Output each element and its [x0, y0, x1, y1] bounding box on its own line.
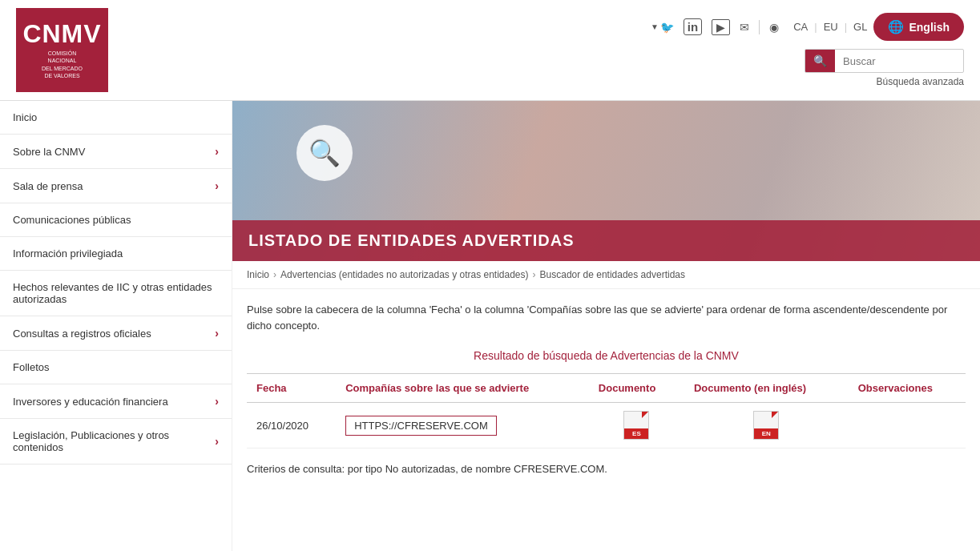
twitter-icon-wrap: ▼ 🐦	[651, 21, 674, 34]
header-documento-en: Documento (en inglés)	[684, 374, 849, 403]
lang-gl[interactable]: GL	[853, 21, 867, 33]
search-row: 🔍 Búsqueda avanzada	[132, 49, 964, 87]
instruction-text: Pulse sobre la cabecera de la columna 'F…	[247, 302, 966, 333]
divider	[759, 20, 760, 34]
chevron-icon-legislacion: ›	[215, 435, 219, 448]
sidebar: Inicio Sobre la CNMV › Sala de prensa › …	[0, 101, 232, 551]
main-content: 🔍 LISTADO DE ENTIDADES ADVERTIDAS Inicio…	[232, 101, 980, 551]
advanced-search-link[interactable]: Búsqueda avanzada	[805, 76, 964, 87]
main-layout: Inicio Sobre la CNMV › Sala de prensa › …	[0, 101, 980, 551]
hero-overlay: LISTADO DE ENTIDADES ADVERTIDAS	[232, 220, 980, 261]
sidebar-item-legislacion[interactable]: Legislación, Publicaciones y otros conte…	[0, 419, 232, 465]
twitter-arrow: ▼	[651, 22, 659, 31]
sidebar-label-consultas: Consultas a registros oficiales	[13, 328, 151, 340]
sidebar-item-sala[interactable]: Sala de prensa ›	[0, 169, 232, 203]
sidebar-item-sobre[interactable]: Sobre la CNMV ›	[0, 135, 232, 169]
youtube-link[interactable]: ▶	[712, 19, 730, 35]
cell-fecha: 26/10/2020	[247, 403, 336, 448]
sidebar-label-legislacion: Legislación, Publicaciones y otros conte…	[13, 429, 215, 453]
pdf-en-icon[interactable]: EN	[694, 411, 839, 440]
sidebar-label-inversores: Inversores y educación financiera	[13, 396, 168, 408]
sidebar-item-informacion[interactable]: Información privilegiada	[0, 237, 232, 271]
cell-company: HTTPS://CFRESERVE.COM	[336, 403, 589, 448]
top-bar: ▼ 🐦 in ▶ ✉ ◉ CA | EU | GL 🌐 English	[132, 13, 964, 41]
logo-acronym: CNMV	[22, 21, 101, 46]
header-fecha[interactable]: Fecha	[247, 374, 336, 403]
search-button[interactable]: 🔍	[805, 50, 835, 72]
criteria-text: Criterios de consulta: por tipo No autor…	[247, 463, 966, 475]
twitter-link[interactable]: 🐦	[660, 21, 674, 34]
sidebar-label-folletos: Folletos	[13, 361, 50, 373]
table-row: 26/10/2020 HTTPS://CFRESERVE.COM ES	[247, 403, 966, 448]
header: CNMV COMISIÓN NACIONAL DEL MERCADO DE VA…	[0, 0, 980, 101]
hero-title: LISTADO DE ENTIDADES ADVERTIDAS	[248, 231, 964, 250]
logo-area: CNMV COMISIÓN NACIONAL DEL MERCADO DE VA…	[16, 8, 108, 92]
company-link[interactable]: HTTPS://CFRESERVE.COM	[345, 416, 497, 436]
breadcrumb-buscador: Buscador de entidades advertidas	[540, 269, 685, 280]
cell-doc-en: EN	[684, 403, 849, 448]
sidebar-item-hechos[interactable]: Hechos relevantes de IIC y otras entidad…	[0, 271, 232, 316]
social-icons: ▼ 🐦 in ▶ ✉ ◉	[651, 18, 779, 35]
english-label: English	[909, 21, 950, 34]
language-links: CA | EU | GL	[793, 21, 867, 33]
sidebar-label-hechos: Hechos relevantes de IIC y otras entidad…	[13, 281, 219, 305]
sidebar-item-inversores[interactable]: Inversores y educación financiera ›	[0, 384, 232, 419]
results-table: Fecha Compañías sobre las que se adviert…	[247, 373, 966, 448]
cnmv-logo[interactable]: CNMV COMISIÓN NACIONAL DEL MERCADO DE VA…	[16, 8, 108, 92]
result-title: Resultado de búsqueda de Advertencias de…	[247, 349, 966, 362]
sidebar-label-sala: Sala de prensa	[13, 180, 83, 192]
sidebar-label-informacion: Información privilegiada	[13, 247, 123, 259]
sidebar-item-folletos[interactable]: Folletos	[0, 351, 232, 384]
chevron-icon-sobre: ›	[215, 145, 219, 158]
linkedin-link[interactable]: in	[684, 18, 702, 35]
header-documento: Documento	[589, 374, 684, 403]
logo-subtitle: COMISIÓN NACIONAL DEL MERCADO DE VALORES	[42, 50, 83, 78]
rss-link[interactable]: ◉	[769, 21, 779, 34]
email-link[interactable]: ✉	[740, 21, 749, 34]
breadcrumb-inicio[interactable]: Inicio	[247, 269, 269, 280]
content-area: Pulse sobre la cabecera de la columna 'F…	[232, 289, 980, 488]
globe-icon: 🌐	[888, 19, 904, 34]
lang-eu[interactable]: EU	[824, 21, 838, 33]
lang-ca[interactable]: CA	[793, 21, 808, 33]
cell-doc-es: ES	[589, 403, 684, 448]
breadcrumb: Inicio › Advertencias (entidades no auto…	[232, 261, 980, 289]
chevron-icon-consultas: ›	[215, 327, 219, 340]
pdf-es-icon[interactable]: ES	[599, 411, 675, 440]
sidebar-item-comunicaciones[interactable]: Comunicaciones públicas	[0, 203, 232, 237]
header-companias[interactable]: Compañías sobre las que se advierte	[336, 374, 589, 403]
sidebar-item-consultas[interactable]: Consultas a registros oficiales ›	[0, 316, 232, 351]
header-right: ▼ 🐦 in ▶ ✉ ◉ CA | EU | GL 🌐 English	[132, 13, 964, 87]
chevron-icon-inversores: ›	[215, 395, 219, 408]
header-observaciones: Observaciones	[849, 374, 966, 403]
hero-image: 🔍 LISTADO DE ENTIDADES ADVERTIDAS	[232, 101, 980, 261]
search-input[interactable]	[835, 51, 963, 71]
breadcrumb-advertencias[interactable]: Advertencias (entidades no autorizadas y…	[280, 269, 529, 280]
english-button[interactable]: 🌐 English	[873, 13, 964, 41]
sidebar-label-inicio: Inicio	[13, 111, 37, 123]
table-header-row: Fecha Compañías sobre las que se adviert…	[247, 374, 966, 403]
sidebar-label-sobre: Sobre la CNMV	[13, 146, 85, 158]
sidebar-label-comunicaciones: Comunicaciones públicas	[13, 214, 131, 226]
sidebar-item-inicio[interactable]: Inicio	[0, 101, 232, 135]
chevron-icon-sala: ›	[215, 179, 219, 192]
cell-observaciones	[849, 403, 966, 448]
hero-search-icon: 🔍	[296, 125, 353, 181]
search-box: 🔍	[805, 49, 964, 73]
